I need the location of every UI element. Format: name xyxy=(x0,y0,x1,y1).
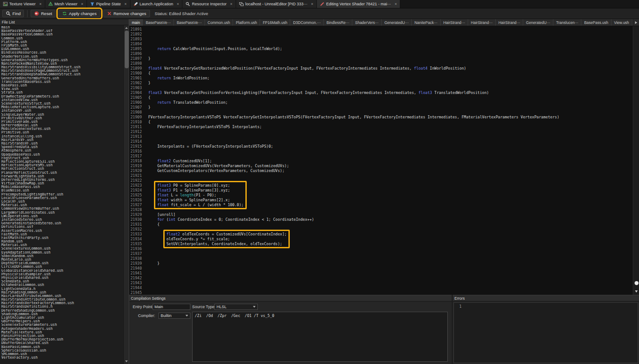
file-list-item[interactable]: InstancedView.ush xyxy=(0,98,123,102)
code-line[interactable]: 21929 [unroll] xyxy=(129,212,633,217)
close-icon[interactable]: × xyxy=(39,2,41,6)
code-line[interactable]: 21899float4 VertexFactoryGetRasterizedWo… xyxy=(129,66,633,71)
code-line[interactable]: 21931 { xyxy=(129,222,633,227)
file-list-item[interactable]: View.ush xyxy=(0,87,123,91)
file-list-scrollbar[interactable] xyxy=(123,25,129,364)
file-list-item[interactable]: DBufferNormalReprojection.ush xyxy=(0,338,123,341)
code-line[interactable]: 21925 float L = length(P1 - P0); xyxy=(129,193,633,198)
file-list-item[interactable]: Random.ush xyxy=(0,240,123,243)
file-list-item[interactable]: BlueNoise.ush xyxy=(0,189,123,192)
file-list-item[interactable]: Common.ush xyxy=(0,37,123,40)
compile-flags-input[interactable]: /Zi /Od /Zpr /Gec /O1 /T vs_5_0 xyxy=(192,312,448,362)
file-list-item[interactable]: ReflectionCaptureSM5.ush xyxy=(0,164,123,167)
file-list-item[interactable]: FP16Math.ush xyxy=(0,44,123,47)
file-list-item[interactable]: PrecomputedLightingBuffer.ush xyxy=(0,193,123,196)
code-line[interactable]: 21903 xyxy=(129,86,633,90)
code-line[interactable]: 21932 xyxy=(129,227,633,232)
file-list-item[interactable]: ForwardLightData.ush xyxy=(0,175,123,178)
code-line[interactable]: 21938 xyxy=(129,256,633,261)
file-list-item[interactable]: DrawRectangleParameters.ush xyxy=(0,95,123,98)
file-list-item[interactable]: MobileSceneTextures.ush xyxy=(0,127,123,131)
code-line[interactable]: 21910{ xyxy=(129,120,633,125)
code-line[interactable]: 21894 xyxy=(129,42,633,47)
file-list-item[interactable]: DBufferDecalShared.ush xyxy=(0,341,123,345)
editor-tab[interactable]: GeneratedU··· xyxy=(382,19,412,26)
file-list-item[interactable]: GBufferHelpers.ush xyxy=(0,320,123,323)
code-line[interactable]: 21928 xyxy=(129,207,633,212)
scroll-up-icon[interactable] xyxy=(125,27,128,29)
code-line[interactable]: 21906 return TranslatedWorldPosition; xyxy=(129,100,633,105)
file-list-item[interactable]: FastMathThirdParty.ush xyxy=(0,236,123,240)
file-list-item[interactable]: BasePassVertexShader.usf xyxy=(0,29,123,33)
file-list-item[interactable]: SceneTextureParameters.ush xyxy=(0,323,123,327)
file-list-item[interactable]: PaniniProjection.ush xyxy=(0,334,123,338)
file-list-item[interactable]: BindlessResources.ush xyxy=(0,51,123,55)
file-list-item[interactable]: DepthOfFieldCommon.ush xyxy=(0,262,123,265)
close-icon[interactable]: × xyxy=(124,2,126,6)
code-line[interactable]: 21939 } xyxy=(129,261,633,266)
file-list-item[interactable]: AutogenShaderHeaders.ush xyxy=(0,327,123,331)
errors-body[interactable]: 1 xyxy=(454,302,638,363)
file-list-item[interactable]: PrimitiveDither.ush xyxy=(0,117,123,120)
code-line[interactable]: 21926 float width = SplineParams[2].x; xyxy=(129,198,633,203)
editor-tab[interactable]: main xyxy=(129,19,143,26)
file-list-item[interactable]: LightSceneData.h xyxy=(0,287,123,291)
code-line[interactable]: 21921 xyxy=(129,173,633,178)
code-line[interactable]: 21893 xyxy=(129,37,633,42)
file-list-item[interactable]: InstanceVF.ush xyxy=(0,109,123,113)
file-list-item[interactable]: InstanceCulling.ush xyxy=(0,135,123,138)
window-tab[interactable]: Texture Viewer× xyxy=(0,0,45,8)
file-list-item[interactable]: main xyxy=(0,26,123,29)
file-list-item[interactable]: BasePassVertexCommon.ush xyxy=(0,33,123,36)
file-list-item[interactable]: CommonViewUniformBuffer.ush xyxy=(0,207,123,211)
close-icon[interactable]: × xyxy=(81,2,83,6)
code-lines[interactable]: 2189121892218932189421895 return CalcWor… xyxy=(129,26,633,295)
file-list-item[interactable]: BasePassCommon.ush xyxy=(0,345,123,349)
file-list-item[interactable]: GeneratedInstancedStereo.ush xyxy=(0,222,123,225)
file-list-item[interactable]: GlobalDistanceFieldShared.ush xyxy=(0,269,123,273)
file-list-item[interactable]: ShaderVersion.ush xyxy=(0,55,123,59)
editor-tab[interactable]: HairStrand··· xyxy=(468,19,496,26)
file-list-item[interactable]: SpeedTreeData.ush xyxy=(0,145,123,149)
editor-tab[interactable]: Common.ush xyxy=(205,19,233,26)
code-line[interactable]: 21913 xyxy=(129,134,633,139)
code-line[interactable]: 21911 FVertexFactoryInterpolantsVSToPS I… xyxy=(129,125,633,129)
file-list-item[interactable]: LocalVFLooseParameters.ush xyxy=(0,196,123,200)
file-list-item[interactable]: HairStrandsVF.ush xyxy=(0,142,123,145)
code-line[interactable]: 21942 xyxy=(129,276,633,281)
file-list-item[interactable]: LightAccumulator.ush xyxy=(0,316,123,320)
file-list-item[interactable]: NanitePackedNaniteView.ush xyxy=(0,62,123,66)
file-list-item[interactable]: D3DCommon.ush xyxy=(0,47,123,51)
editor-tab[interactable]: HairStrand··· xyxy=(441,19,468,26)
file-list-item[interactable]: HairCardsVF.ush xyxy=(0,138,123,142)
code-line[interactable]: 21916 xyxy=(129,149,633,154)
tab-scroll-right[interactable] xyxy=(633,19,639,26)
file-list-item[interactable]: EyeAdaptationCommon.ush xyxy=(0,251,123,254)
file-list-item[interactable]: Atmosphere.ush xyxy=(0,149,123,153)
editor-tab[interactable]: D3DCommon.··· xyxy=(290,19,323,26)
code-line[interactable]: 21905{ xyxy=(129,95,633,100)
code-line[interactable]: 21891 xyxy=(129,27,633,32)
code-line[interactable]: 21915 Interpolants = (FVertexFactoryInte… xyxy=(129,144,633,149)
remove-changes-button[interactable]: Remove changes xyxy=(103,10,150,17)
entry-point-input[interactable] xyxy=(153,304,190,310)
apply-changes-button[interactable]: Apply changes xyxy=(59,10,100,17)
file-list-item[interactable]: ReflectionCaptureES31.ush xyxy=(0,160,123,164)
editor-tab[interactable]: HairStrand··· xyxy=(496,19,523,26)
source-type-dropdown[interactable]: HLSL xyxy=(214,304,258,310)
reset-button[interactable]: Reset xyxy=(31,10,55,17)
file-list-item[interactable]: HairStrandsVertexFactoryCommon.ush xyxy=(0,301,123,305)
file-list-item[interactable]: SceneData.ush xyxy=(0,280,123,283)
file-list-item[interactable]: LWCOperations.ush xyxy=(0,215,123,218)
editor-tab[interactable]: Platform.ush xyxy=(233,19,260,26)
editor-tab[interactable]: BasePassVe··· xyxy=(143,19,174,26)
file-list-item[interactable]: VirtualShadowMap.ush xyxy=(0,182,123,185)
window-tab[interactable]: Launch Application× xyxy=(130,0,183,8)
file-list-item[interactable]: OctahedralCommon.ush xyxy=(0,283,123,287)
file-list-item[interactable]: Definitions.usf xyxy=(0,225,123,229)
code-line[interactable]: 21895 return CalcWorldPosition(Input.Pos… xyxy=(129,47,633,51)
code-line[interactable]: 21902} xyxy=(129,81,633,86)
code-line[interactable]: 21912 xyxy=(129,129,633,134)
file-list-item[interactable]: TranslucentBasePass.ush xyxy=(0,80,123,84)
code-line[interactable]: 21897} xyxy=(129,56,633,61)
